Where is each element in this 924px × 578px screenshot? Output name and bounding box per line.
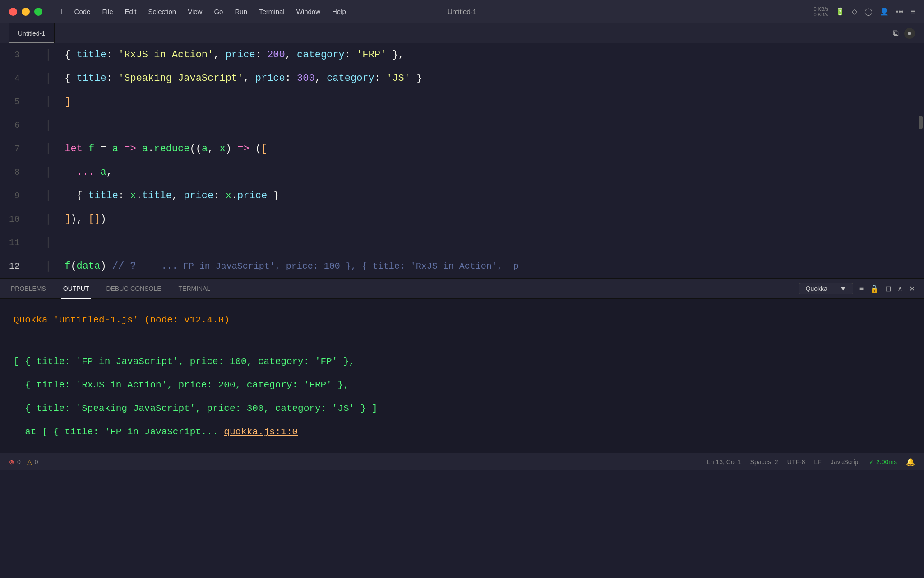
code-line-12: │ f(data) // ? ... FP in JavaScript', pr… (45, 255, 918, 278)
list-filter-icon[interactable]: ≡ (859, 284, 864, 293)
editor-tab-bar: Untitled-1 ⧉ ● (0, 23, 924, 43)
menu-file[interactable]: File (97, 6, 117, 17)
tab-problems[interactable]: PROBLEMS (9, 278, 48, 299)
language-mode[interactable]: JavaScript (831, 458, 860, 466)
output-line-2: { title: 'RxJS in Action', price: 200, c… (14, 373, 910, 397)
line-num-8: 8 (0, 161, 27, 184)
scrollbar-thumb[interactable] (919, 116, 923, 129)
maximize-button[interactable] (34, 8, 42, 16)
tab-output[interactable]: OUTPUT (61, 279, 91, 299)
code-line-7: │ let f = a => a.reduce((a, x) => ([ (45, 137, 918, 161)
code-line-6: │ (45, 114, 918, 137)
titlebar-left:  Code File Edit Selection View Go Run T… (0, 5, 351, 18)
more-icon: ••• (896, 8, 904, 16)
wifi-icon: ◇ (852, 7, 857, 16)
list-icon: ≡ (911, 8, 915, 16)
apple-menu[interactable]:  (55, 5, 67, 18)
output-source-dropdown[interactable]: Quokka ▼ (799, 283, 853, 294)
panel-tabs: PROBLEMS OUTPUT DEBUG CONSOLE TERMINAL Q… (0, 279, 924, 299)
quokka-link[interactable]: quokka.js:1:0 (224, 427, 298, 437)
code-line-9: │ { title: x.title, price: x.price } (45, 184, 918, 208)
line-num-9: 9 (0, 184, 27, 208)
battery-icon: 🔋 (836, 7, 845, 16)
code-line-4: │ { title: 'Speaking JavaScript', price:… (45, 67, 918, 90)
code-line-3: │ { title: 'RxJS in Action', price: 200,… (45, 43, 918, 67)
more-actions-icon[interactable]: ● (904, 28, 915, 39)
minimize-button[interactable] (22, 8, 30, 16)
error-count: ⊗ 0 △ 0 (9, 458, 38, 466)
code-line-8: │ ... a, (45, 161, 918, 184)
line-num-3: 3 (0, 43, 27, 67)
menu-help[interactable]: Help (328, 6, 351, 17)
titlebar:  Code File Edit Selection View Go Run T… (0, 0, 924, 23)
time-icon: ◯ (864, 7, 873, 16)
editor-area: 3 4 5 6 7 8 9 10 11 12 │ { title: 'RxJS … (0, 43, 924, 278)
line-num-11: 11 (0, 231, 27, 255)
spaces-setting[interactable]: Spaces: 2 (750, 458, 778, 466)
menu-edit[interactable]: Edit (120, 6, 141, 17)
line-num-5: 5 (0, 90, 27, 114)
code-line-5: │ ] (45, 90, 918, 114)
line-numbers: 3 4 5 6 7 8 9 10 11 12 (0, 43, 36, 278)
traffic-lights (9, 8, 42, 16)
code-line-10: │ ]), []) (45, 208, 918, 231)
window-title: Untitled-1 (448, 8, 476, 15)
titlebar-right: 0 KB/s0 KB/s 🔋 ◇ ◯ 👤 ••• ≡ (813, 6, 924, 17)
output-line-1: [ { title: 'FP in JavaScript', price: 10… (14, 350, 910, 373)
menu-bar:  Code File Edit Selection View Go Run T… (55, 5, 351, 18)
code-content: │ { title: 'RxJS in Action', price: 200,… (36, 43, 918, 278)
editor-tab-untitled[interactable]: Untitled-1 (9, 23, 55, 43)
output-line-4: at [ { title: 'FP in JavaScript... quokk… (14, 420, 910, 444)
quokka-header: Quokka 'Untitled-1.js' (node: v12.4.0) (14, 308, 910, 332)
line-num-10: 10 (0, 208, 27, 231)
copy-icon[interactable]: ⊡ (885, 284, 891, 293)
panel-output-content: Quokka 'Untitled-1.js' (node: v12.4.0) [… (0, 299, 924, 453)
error-icon: ⊗ (9, 458, 14, 466)
warning-icon: △ (27, 458, 32, 466)
encoding[interactable]: UTF-8 (787, 458, 805, 466)
editor-scrollbar[interactable] (918, 43, 924, 278)
menu-view[interactable]: View (183, 6, 207, 17)
quokka-timing: ✓ 2.00ms (869, 458, 897, 466)
menu-terminal[interactable]: Terminal (254, 6, 289, 17)
lock-icon[interactable]: 🔒 (870, 284, 879, 293)
menu-go[interactable]: Go (209, 6, 227, 17)
line-num-7: 7 (0, 137, 27, 161)
panel-area: PROBLEMS OUTPUT DEBUG CONSOLE TERMINAL Q… (0, 278, 924, 453)
close-button[interactable] (9, 8, 17, 16)
panel-toolbar: Quokka ▼ ≡ 🔒 ⊡ ∧ ✕ (799, 283, 915, 294)
output-line-3: { title: 'Speaking JavaScript', price: 3… (14, 397, 910, 420)
user-icon: 👤 (880, 7, 889, 16)
tab-icons: ⧉ ● (893, 28, 915, 39)
menu-window[interactable]: Window (292, 6, 325, 17)
chevron-down-icon: ▼ (840, 285, 846, 292)
split-editor-icon[interactable]: ⧉ (893, 28, 899, 38)
tab-label: Untitled-1 (18, 30, 45, 37)
line-num-12: 12 (0, 255, 27, 278)
status-bar: ⊗ 0 △ 0 Ln 13, Col 1 Spaces: 2 UTF-8 LF … (0, 453, 924, 470)
tab-terminal[interactable]: TERMINAL (177, 278, 213, 299)
menu-code[interactable]: Code (70, 6, 95, 17)
line-num-4: 4 (0, 67, 27, 90)
chevron-up-icon[interactable]: ∧ (897, 284, 903, 293)
menu-selection[interactable]: Selection (143, 6, 180, 17)
code-line-11: │ (45, 231, 918, 255)
menu-run[interactable]: Run (230, 6, 252, 17)
cursor-position[interactable]: Ln 13, Col 1 (707, 458, 741, 466)
status-right: Ln 13, Col 1 Spaces: 2 UTF-8 LF JavaScri… (707, 457, 915, 466)
line-num-6: 6 (0, 114, 27, 137)
notifications-icon[interactable]: 🔔 (906, 457, 915, 466)
tab-debug-console[interactable]: DEBUG CONSOLE (104, 278, 163, 299)
code-editor[interactable]: 3 4 5 6 7 8 9 10 11 12 │ { title: 'RxJS … (0, 43, 924, 278)
close-panel-icon[interactable]: ✕ (909, 284, 915, 293)
eol[interactable]: LF (814, 458, 821, 466)
